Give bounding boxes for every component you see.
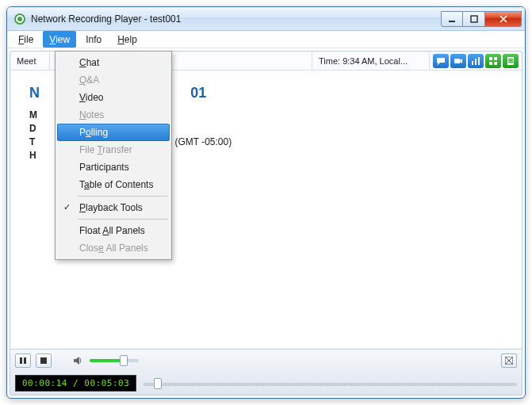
volume-fill	[90, 359, 124, 362]
poll-panel-icon[interactable]	[468, 54, 484, 68]
volume-icon[interactable]	[72, 354, 85, 367]
menu-polling[interactable]: Polling	[57, 124, 170, 141]
playback-controls	[10, 350, 522, 372]
share-panel-icon[interactable]	[485, 54, 501, 68]
menu-view[interactable]: View	[43, 31, 76, 48]
svg-rect-8	[489, 57, 492, 60]
titlebar: Network Recording Player - test001	[7, 7, 525, 31]
volume-slider[interactable]	[90, 359, 139, 362]
view-menu-dropdown: Chat Q&A Video Notes Polling File Transf…	[55, 51, 172, 260]
info-time: Time: 9:34 AM, Local...	[312, 52, 430, 70]
window-title: Network Recording Player - test001	[31, 13, 181, 25]
svg-rect-14	[508, 60, 513, 61]
svg-point-1	[17, 17, 22, 21]
menu-notes: Notes	[57, 106, 170, 124]
menu-video[interactable]: Video	[57, 89, 170, 106]
timeline-track	[143, 383, 517, 386]
menu-close-all: Close All Panels	[57, 239, 170, 257]
svg-rect-6	[475, 59, 477, 65]
svg-rect-7	[478, 57, 480, 65]
svg-rect-11	[494, 62, 497, 65]
menu-qa: Q&A	[57, 71, 170, 89]
check-icon: ✓	[63, 202, 71, 212]
svg-rect-18	[40, 357, 47, 364]
maximize-button[interactable]	[463, 11, 485, 27]
fullscreen-button[interactable]	[501, 353, 517, 368]
svg-rect-5	[472, 61, 473, 65]
menu-separator-2	[78, 219, 168, 220]
window-buttons	[441, 11, 522, 27]
menu-help[interactable]: Help	[111, 31, 144, 48]
pause-button[interactable]	[15, 353, 31, 368]
notes-panel-icon[interactable]	[503, 54, 519, 68]
menu-toc[interactable]: Table of Contents	[57, 176, 170, 193]
app-icon	[13, 13, 26, 25]
timeline-row: 00:00:14 / 00:05:03	[10, 372, 522, 395]
svg-rect-16	[20, 357, 22, 364]
time-display: 00:00:14 / 00:05:03	[15, 375, 136, 392]
svg-rect-3	[471, 16, 477, 22]
menu-participants[interactable]: Participants	[57, 159, 170, 176]
client-area: Meet Date: Thursday Time: 9:34 AM, Local…	[10, 51, 522, 350]
minimize-button[interactable]	[441, 11, 463, 27]
menu-info[interactable]: Info	[79, 31, 108, 48]
stop-button[interactable]	[36, 353, 52, 368]
content-area: N xxxxxxxxxxxxxxxxxx 01 M xxxxxxxxxxxxxx…	[10, 71, 522, 349]
menu-playback-tools[interactable]: ✓ Playback Tools	[57, 199, 170, 216]
volume-thumb[interactable]	[120, 355, 128, 366]
timeline-thumb[interactable]	[154, 378, 162, 389]
svg-rect-17	[24, 357, 26, 364]
menu-file[interactable]: File	[12, 31, 40, 48]
menu-file-transfer: File Transfer	[57, 141, 170, 159]
info-meeting: Meet	[10, 52, 50, 70]
svg-rect-2	[449, 21, 455, 22]
menu-float-all[interactable]: Float All Panels	[57, 222, 170, 239]
app-window: Network Recording Player - test001 File …	[6, 6, 526, 399]
chat-panel-icon[interactable]	[433, 54, 449, 68]
menu-chat[interactable]: Chat	[57, 54, 170, 71]
close-button[interactable]	[485, 11, 522, 27]
svg-rect-13	[508, 59, 513, 59]
svg-rect-10	[489, 62, 492, 65]
menubar: File View Info Help	[7, 31, 525, 48]
video-panel-icon[interactable]	[450, 54, 466, 68]
timeline-slider[interactable]	[143, 378, 517, 389]
svg-rect-4	[454, 59, 460, 63]
menu-separator-1	[78, 196, 168, 197]
svg-rect-9	[494, 57, 497, 60]
svg-rect-15	[508, 62, 513, 63]
panel-toggle-icons	[430, 52, 522, 70]
